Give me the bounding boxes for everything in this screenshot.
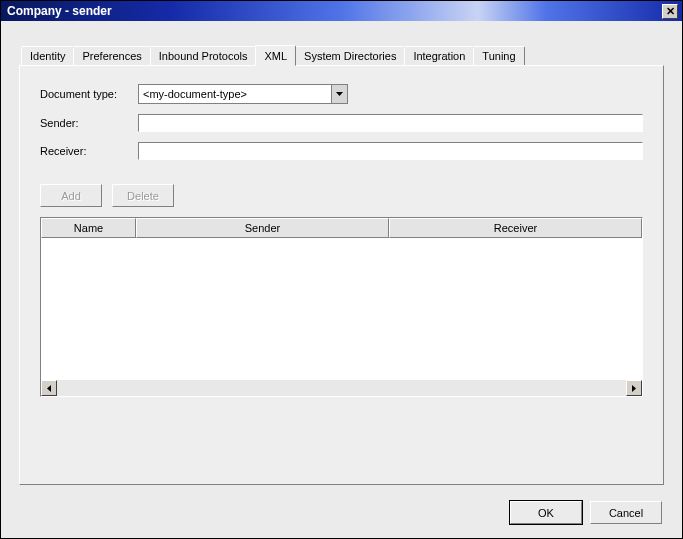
title-bar: Company - sender ✕ [1,1,682,21]
document-type-dropdown-button[interactable] [331,85,347,103]
add-button[interactable]: Add [40,184,102,207]
col-header-receiver[interactable]: Receiver [389,218,642,238]
svg-marker-0 [336,92,343,96]
tab-inbound-protocols[interactable]: Inbound Protocols [150,46,257,65]
action-buttons: Add Delete [40,184,643,207]
table-body[interactable] [41,238,642,380]
row-document-type: Document type: [40,84,643,104]
dialog-footer: OK Cancel [510,501,662,524]
row-receiver: Receiver: [40,142,643,160]
ok-button[interactable]: OK [510,501,582,524]
cancel-button[interactable]: Cancel [590,501,662,524]
dialog-window: Company - sender ✕ Identity Preferences … [0,0,683,539]
col-header-name[interactable]: Name [41,218,136,238]
close-button[interactable]: ✕ [662,4,678,19]
label-sender: Sender: [40,117,138,129]
client-area: Identity Preferences Inbound Protocols X… [1,21,682,538]
tab-preferences[interactable]: Preferences [73,46,150,65]
col-header-sender[interactable]: Sender [136,218,389,238]
tab-tuning[interactable]: Tuning [473,46,524,65]
tab-xml[interactable]: XML [255,45,296,66]
tab-identity[interactable]: Identity [21,46,74,65]
svg-marker-1 [47,385,51,392]
receiver-input[interactable] [138,142,643,160]
sender-input[interactable] [138,114,643,132]
arrow-left-icon [47,385,51,392]
document-type-input[interactable] [139,85,331,103]
tab-system-directories[interactable]: System Directories [295,46,405,65]
window-title: Company - sender [7,4,112,18]
row-sender: Sender: [40,114,643,132]
xpath-table: Name Sender Receiver [40,217,643,397]
tab-panel-xml: Document type: Sender: Receiver: Add Del… [19,65,664,485]
delete-button[interactable]: Delete [112,184,174,207]
scroll-right-button[interactable] [626,380,642,396]
label-receiver: Receiver: [40,145,138,157]
scroll-track[interactable] [57,380,626,396]
document-type-combo[interactable] [138,84,348,104]
chevron-down-icon [336,92,343,96]
scroll-left-button[interactable] [41,380,57,396]
horizontal-scrollbar[interactable] [41,380,642,396]
arrow-right-icon [632,385,636,392]
table-header: Name Sender Receiver [41,218,642,238]
tab-integration[interactable]: Integration [404,46,474,65]
tab-strip: Identity Preferences Inbound Protocols X… [21,45,664,65]
svg-marker-2 [632,385,636,392]
label-document-type: Document type: [40,88,138,100]
